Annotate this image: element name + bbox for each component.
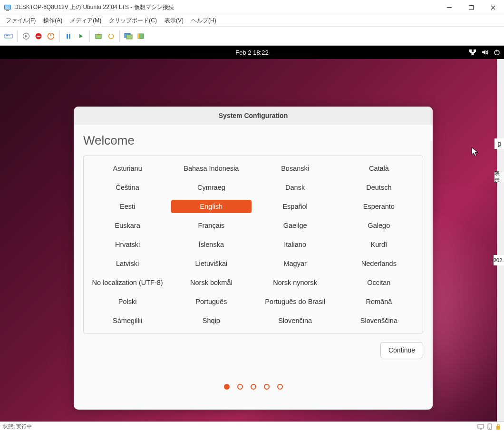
language-option[interactable]: Dansk: [255, 181, 335, 194]
language-option[interactable]: Português do Brasil: [255, 295, 335, 308]
language-option[interactable]: Kurdî: [339, 238, 419, 251]
behind-window-fragment: 202.: [494, 255, 504, 265]
minimize-button[interactable]: [438, 0, 460, 15]
progress-dot: [277, 384, 283, 390]
continue-button[interactable]: Continue: [380, 342, 423, 358]
svg-rect-19: [140, 34, 144, 39]
progress-dot: [251, 384, 256, 390]
language-option[interactable]: Norsk nynorsk: [255, 276, 335, 289]
language-option[interactable]: Hrvatski: [87, 238, 167, 251]
menu-help[interactable]: ヘルプ(H): [187, 16, 220, 26]
language-option[interactable]: No localization (UTF-8): [87, 276, 167, 289]
language-option[interactable]: Deutsch: [339, 181, 419, 194]
language-option[interactable]: Polski: [87, 295, 167, 308]
svg-point-28: [489, 428, 490, 429]
status-area[interactable]: [469, 46, 500, 59]
close-button[interactable]: [482, 0, 504, 15]
svg-rect-24: [496, 50, 497, 52]
language-option[interactable]: Norsk bokmål: [171, 276, 251, 289]
svg-rect-4: [469, 6, 474, 10]
progress-indicator: [83, 358, 423, 401]
language-option[interactable]: Occitan: [339, 276, 419, 289]
svg-rect-17: [126, 35, 132, 39]
language-option[interactable]: Galego: [339, 219, 419, 232]
menu-file[interactable]: ファイル(F): [2, 16, 39, 26]
menu-action[interactable]: 操作(A): [39, 16, 66, 26]
language-option[interactable]: Français: [171, 219, 251, 232]
disk-icon: [487, 423, 493, 430]
host-menubar: ファイル(F) 操作(A) メディア(M) クリップボード(C) 表示(V) ヘ…: [0, 15, 504, 27]
language-option[interactable]: Sámegillii: [87, 314, 167, 327]
svg-rect-7: [7, 35, 8, 36]
dialog-title: System Configuration: [74, 107, 433, 125]
language-option[interactable]: Bahasa Indonesia: [171, 162, 251, 175]
svg-rect-21: [474, 49, 476, 52]
page-title: Welcome: [83, 133, 423, 148]
language-option[interactable]: Bosanski: [255, 162, 335, 175]
language-option[interactable]: Íslenska: [171, 238, 251, 251]
share-button[interactable]: [135, 30, 146, 42]
svg-rect-27: [488, 424, 492, 430]
language-option[interactable]: Slovenščina: [339, 314, 419, 327]
language-option[interactable]: English: [171, 200, 251, 213]
host-titlebar: DESKTOP-6Q8U12V 上の Ubuntu 22.04 LTS - 仮想…: [0, 0, 504, 15]
ctrl-alt-del-button[interactable]: [3, 30, 14, 42]
svg-rect-3: [447, 7, 452, 8]
start-button[interactable]: [20, 30, 32, 42]
language-option[interactable]: Română: [339, 295, 419, 308]
vm-display[interactable]: Feb 2 18:22 g 表示 202. System Configurati…: [0, 46, 504, 421]
volume-icon: [481, 49, 489, 56]
language-grid: AsturianuBahasa IndonesiaBosanskiCatalàČ…: [83, 156, 423, 333]
language-option[interactable]: Latviski: [87, 257, 167, 270]
maximize-button[interactable]: [460, 0, 482, 15]
progress-dot: [224, 384, 230, 390]
language-option[interactable]: Čeština: [87, 181, 167, 194]
svg-rect-29: [496, 426, 500, 430]
pause-button[interactable]: [63, 30, 74, 42]
menu-clipboard[interactable]: クリップボード(C): [105, 16, 161, 26]
system-configuration-dialog: System Configuration Welcome AsturianuBa…: [74, 107, 433, 410]
svg-rect-22: [472, 53, 474, 55]
language-option[interactable]: Magyar: [255, 257, 335, 270]
language-option[interactable]: Italiano: [255, 238, 335, 251]
status-text: 状態: 実行中: [3, 423, 32, 430]
language-option[interactable]: Slovenčina: [255, 314, 335, 327]
language-option[interactable]: Cymraeg: [171, 181, 251, 194]
svg-rect-25: [478, 424, 484, 428]
cursor-icon: [471, 147, 480, 157]
language-option[interactable]: Gaeilge: [255, 219, 335, 232]
language-option[interactable]: Português: [171, 295, 251, 308]
svg-rect-14: [69, 34, 70, 39]
svg-rect-26: [480, 429, 482, 430]
language-option[interactable]: Español: [255, 200, 335, 213]
language-option[interactable]: Esperanto: [339, 200, 419, 213]
menu-media[interactable]: メディア(M): [66, 16, 105, 26]
language-option[interactable]: Shqip: [171, 314, 251, 327]
language-option[interactable]: Asturianu: [87, 162, 167, 175]
svg-rect-8: [9, 35, 10, 36]
language-option[interactable]: Nederlands: [339, 257, 419, 270]
language-option[interactable]: Eesti: [87, 200, 167, 213]
menu-view[interactable]: 表示(V): [161, 16, 187, 26]
svg-rect-20: [469, 49, 472, 52]
turnoff-button[interactable]: [33, 30, 44, 42]
language-option[interactable]: Euskara: [87, 219, 167, 232]
clock[interactable]: Feb 2 18:22: [235, 49, 268, 56]
svg-rect-2: [6, 10, 9, 11]
svg-rect-6: [6, 35, 7, 36]
snapshot-button[interactable]: [93, 30, 104, 42]
language-option[interactable]: Lietuviškai: [171, 257, 251, 270]
behind-window-fragment: g: [494, 138, 504, 149]
revert-button[interactable]: [105, 30, 116, 42]
language-option[interactable]: Català: [339, 162, 419, 175]
power-icon: [494, 49, 500, 56]
shutdown-button[interactable]: [45, 30, 57, 42]
reset-button[interactable]: [75, 30, 87, 42]
status-icons: [477, 423, 501, 430]
enhanced-session-button[interactable]: [123, 30, 134, 42]
app-icon: [4, 4, 11, 11]
behind-window-fragment: 表示: [494, 172, 504, 182]
host-toolbar: [0, 27, 504, 46]
svg-rect-11: [37, 36, 40, 37]
window-controls: [438, 0, 504, 15]
